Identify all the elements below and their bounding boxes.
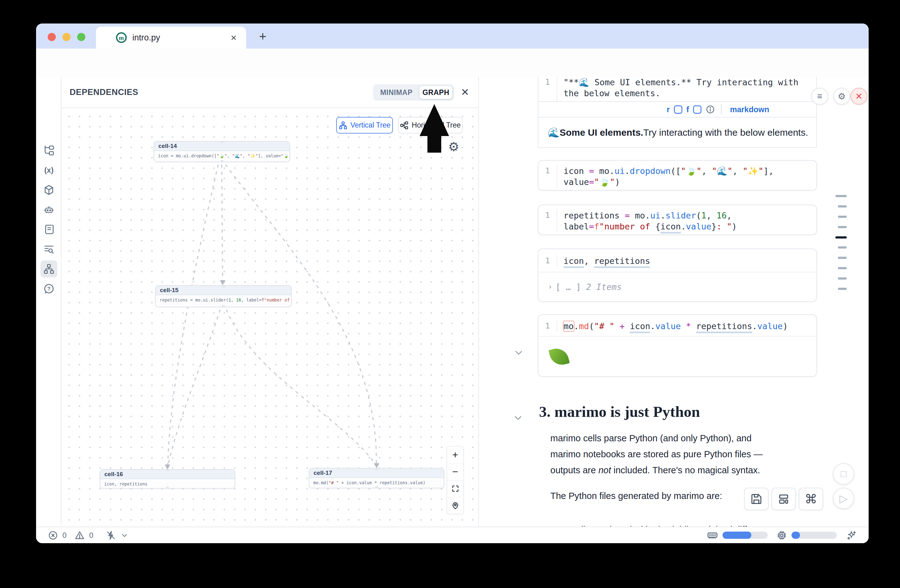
new-tab-button[interactable]: + xyxy=(256,29,270,43)
code-line: icon = mo.ui.dropdown(["🍃", "🌊", "✨"], xyxy=(563,166,774,176)
expand-caret-icon[interactable]: › xyxy=(548,282,552,291)
node-title[interactable]: cell-17 xyxy=(309,469,444,478)
markdown-cell-editor[interactable]: 1 "**🌊 Some UI elements.** Try interacti… xyxy=(538,77,816,101)
tab-close-icon[interactable]: × xyxy=(227,31,240,44)
code-cell-slider[interactable]: 1 repetitions = mo.ui.slider(1, 16, labe… xyxy=(538,205,817,235)
save-button[interactable] xyxy=(744,488,769,510)
notebook-settings-button[interactable]: ⚙ xyxy=(833,88,850,105)
run-button[interactable]: ▷ xyxy=(833,488,854,509)
markdown-cell-container: 1 "**🌊 Some UI elements.** Try interacti… xyxy=(538,77,817,148)
node-code: icon, repetitions xyxy=(100,479,234,489)
locate-button[interactable] xyxy=(447,497,463,514)
sidebar-item-variables[interactable]: (x) xyxy=(40,162,57,179)
sidebar-item-ai-assistant[interactable] xyxy=(40,201,57,218)
warnings-indicator[interactable] xyxy=(74,530,85,540)
vertical-tree-button[interactable]: Vertical Tree xyxy=(336,117,393,133)
layout-toggle-button[interactable] xyxy=(771,488,796,510)
location-pin-icon xyxy=(451,501,459,510)
minimap-cell-marker[interactable] xyxy=(838,226,847,228)
dependency-graph-canvas[interactable]: Vertical Tree Horizontal Tree ⚙ cell-14 … xyxy=(62,108,479,526)
reactive-toggle-checkbox[interactable] xyxy=(674,105,682,114)
zoom-out-button[interactable]: − xyxy=(447,464,463,481)
node-title[interactable]: cell-14 xyxy=(154,142,289,151)
cpu-usage-bar xyxy=(791,532,836,539)
graph-node-cell-15[interactable]: cell-15 repetitions = mo.ui.slider(1, 16… xyxy=(155,285,292,307)
notebook-menu-button[interactable]: ≡ xyxy=(811,88,828,105)
minimap-cell-marker[interactable] xyxy=(838,288,847,290)
graph-settings-gear-icon[interactable]: ⚙ xyxy=(446,139,462,155)
keyboard-shortcuts-button[interactable]: ⌘ xyxy=(799,488,823,510)
browser-tab[interactable]: m intro.py × xyxy=(96,27,246,49)
ram-usage-fill xyxy=(723,532,751,539)
panel-title: DEPENDENCIES xyxy=(70,87,138,97)
footer-separator xyxy=(721,104,722,115)
errors-indicator[interactable] xyxy=(48,530,58,540)
minimap-cell-marker[interactable] xyxy=(838,216,847,218)
sidebar-item-logs[interactable] xyxy=(40,221,57,238)
fit-view-button[interactable] xyxy=(447,481,463,497)
sidebar-item-help[interactable]: ? xyxy=(40,280,57,297)
search-list-icon xyxy=(43,243,54,255)
graph-edges xyxy=(62,108,479,526)
minimap-cell-marker-active[interactable] xyxy=(835,236,847,238)
ram-usage-bar xyxy=(723,532,768,539)
sidebar-item-file-explorer[interactable] xyxy=(40,142,57,159)
help-bubble-icon: ? xyxy=(43,283,54,294)
code-cell-tuple[interactable]: 1 icon, repetitions › [ … ] 2 Items xyxy=(538,249,817,302)
tab-graph[interactable]: GRAPH xyxy=(420,86,452,99)
sidebar-item-dependencies[interactable] xyxy=(40,260,57,277)
code-line: label=f"number of {icon.value}: ") xyxy=(563,221,737,232)
horizontal-tree-icon xyxy=(400,121,409,130)
robot-icon xyxy=(43,204,54,215)
line-number: 1 xyxy=(538,165,557,187)
horizontal-tree-button[interactable]: Horizontal Tree xyxy=(398,117,462,133)
panel-close-icon[interactable]: ✕ xyxy=(459,86,471,98)
sidebar-item-scratchpad[interactable] xyxy=(40,241,57,258)
minimap-cell-marker[interactable] xyxy=(838,277,847,280)
node-title[interactable]: cell-16 xyxy=(100,470,234,479)
zoom-in-button[interactable]: + xyxy=(447,447,463,464)
dependencies-header: DEPENDENCIES MINIMAP GRAPH ✕ xyxy=(62,77,478,108)
node-code: icon = mo.ui.dropdown(["🍃", "🌊", "✨"], v… xyxy=(154,151,289,161)
format-toggle-label: f xyxy=(686,105,689,114)
lightning-off-icon xyxy=(106,530,116,540)
ai-sparkle-icon[interactable] xyxy=(846,530,857,541)
collapse-chevron-icon[interactable] xyxy=(514,350,524,356)
stop-button[interactable]: □ xyxy=(833,463,854,484)
tab-minimap[interactable]: MINIMAP xyxy=(373,84,420,101)
minimap-cell-marker[interactable] xyxy=(838,205,847,207)
graph-node-cell-14[interactable]: cell-14 icon = mo.ui.dropdown(["🍃", "🌊",… xyxy=(154,141,290,162)
node-title[interactable]: cell-15 xyxy=(156,286,291,295)
code-cell-md[interactable]: 1 mo.md("# " + icon.value * repetitions.… xyxy=(538,314,817,377)
minimap-cell-marker[interactable] xyxy=(838,257,847,259)
minimap-cell-marker[interactable] xyxy=(838,267,847,269)
section-paragraph: marimo cells parse Python (and only Pyth… xyxy=(550,430,777,478)
graph-node-cell-17[interactable]: cell-17 mo.md("# " + icon.value * repeti… xyxy=(309,468,444,488)
code-line: repetitions = mo.ui.slider(1, 16, xyxy=(563,210,737,221)
cpu-usage-fill xyxy=(791,532,800,539)
sidebar-item-packages[interactable] xyxy=(40,181,57,198)
format-toggle-checkbox[interactable] xyxy=(693,105,701,114)
minimap-cell-marker[interactable] xyxy=(838,246,847,249)
cell-info-icon[interactable] xyxy=(706,105,715,114)
autorun-chevron-icon[interactable] xyxy=(120,531,129,539)
browser-toolbar: localhost:2718 Guest ⋮ xyxy=(36,49,869,77)
shutdown-button[interactable]: ✕ xyxy=(850,88,867,105)
cell-language-label[interactable]: markdown xyxy=(730,105,769,114)
line-number: 1 xyxy=(538,320,557,332)
error-circle-icon xyxy=(48,530,58,540)
traffic-zoom-button[interactable] xyxy=(77,33,85,41)
output-summary: [ … ] 2 Items xyxy=(556,282,622,292)
traffic-minimize-button[interactable] xyxy=(62,33,71,41)
autorun-toggle[interactable] xyxy=(106,530,116,540)
code-cell-dropdown[interactable]: 1 icon = mo.ui.dropdown(["🍃", "🌊", "✨"],… xyxy=(538,160,817,190)
section-collapse-chevron-icon[interactable] xyxy=(513,415,523,422)
svg-text:m: m xyxy=(119,34,124,41)
fullscreen-icon xyxy=(451,484,459,493)
traffic-close-button[interactable] xyxy=(48,33,56,41)
minimap-cell-marker[interactable] xyxy=(835,195,847,197)
svg-text:?: ? xyxy=(47,286,51,291)
section-paragraph-clipped: easily versioned with git, yielding mini… xyxy=(566,522,818,526)
graph-node-cell-16[interactable]: cell-16 icon, repetitions xyxy=(100,469,235,489)
cell-footer-toolbar: r f markdown xyxy=(538,101,816,117)
